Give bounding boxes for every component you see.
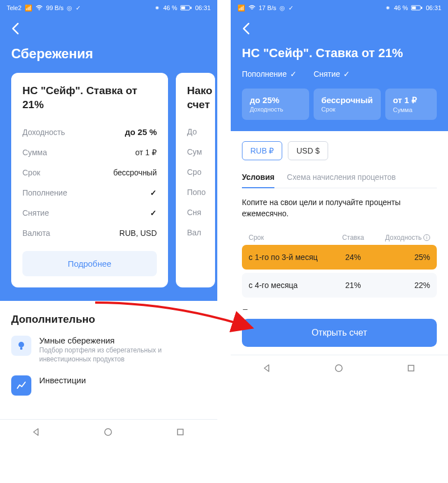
col-term: Срок: [249, 234, 331, 242]
nav-back-icon[interactable]: [31, 428, 41, 438]
open-account-button[interactable]: Открыть счет: [242, 319, 437, 347]
svg-rect-2: [190, 7, 192, 9]
nav-back-icon[interactable]: [262, 364, 272, 374]
net-speed: 99 B/s: [46, 4, 63, 11]
back-icon[interactable]: [11, 22, 19, 38]
currency-usd-button[interactable]: USD $: [288, 141, 328, 160]
stat-cards: до 25% Доходность бессрочный Срок от 1 ₽…: [242, 89, 437, 120]
stat-big: до 25%: [250, 95, 301, 105]
cell-yield: 22%: [375, 281, 430, 290]
check-icon: ✓: [150, 208, 157, 217]
signal-icon: 📶: [25, 4, 32, 12]
yield-value: до 25 %: [125, 127, 157, 137]
t2: счет: [187, 99, 210, 110]
carrier-label: Tele2: [7, 4, 21, 11]
item-smart-savings[interactable]: Умные сбережения Подбор портфеля из сбер…: [11, 336, 206, 364]
currency-value: RUB, USD: [119, 229, 157, 238]
svg-rect-9: [421, 7, 422, 9]
yield-label: Доходность: [22, 128, 65, 137]
header: Сбережения: [0, 16, 217, 73]
stat-big: бессрочный: [321, 95, 373, 105]
battery-icon: [180, 5, 192, 11]
stat-small: Срок: [321, 106, 373, 113]
android-nav-bar: [231, 355, 448, 382]
nav-home-icon[interactable]: [334, 364, 344, 374]
row-term: Срок бессрочный: [22, 162, 157, 183]
shield-icon: ✓: [76, 4, 81, 12]
net-speed: 17 B/s: [259, 4, 276, 11]
item-investments[interactable]: Инвестиции: [11, 375, 206, 396]
tab-conditions[interactable]: Условия: [242, 173, 274, 188]
phone-savings-list: Tele2 📶 99 B/s ◎ ✓ ⁕ 46 % 06:31 Сбережен…: [0, 0, 217, 446]
item-text: Умные сбережения Подбор портфеля из сбер…: [39, 336, 206, 364]
dash: _: [242, 301, 437, 310]
p-yield: До: [187, 127, 197, 136]
tab-description: Копите на свои цели и получайте проценты…: [242, 197, 437, 219]
product-card-safe[interactable]: НС "Сейф". Ставка от 21% Доходность до 2…: [11, 73, 168, 287]
back-icon[interactable]: [242, 22, 250, 38]
currency-rub-button[interactable]: RUB ₽: [242, 141, 282, 160]
feat-withdraw-label: Снятие: [314, 69, 340, 78]
svg-point-5: [105, 429, 111, 435]
stat-small: Доходность: [250, 106, 301, 113]
additional-heading: Дополнительно: [11, 313, 206, 326]
rate-row-highlighted: с 1-го по 3-й месяц 24% 25%: [242, 245, 437, 270]
stat-yield: до 25% Доходность: [242, 89, 309, 120]
feat-withdraw: Снятие ✓: [314, 69, 350, 78]
product-cards-row[interactable]: НС "Сейф". Ставка от 21% Доходность до 2…: [0, 73, 217, 301]
feat-topup-label: Пополнение: [242, 69, 287, 78]
t1: Нако: [187, 85, 212, 96]
clock: 06:31: [426, 4, 441, 11]
term-value: бессрочный: [113, 168, 157, 177]
table-header: Срок Ставка Доходность i: [242, 230, 437, 245]
cell-rate: 24%: [331, 253, 375, 262]
svg-rect-8: [412, 7, 416, 10]
svg-point-10: [335, 365, 342, 371]
row-amount: Сумма от 1 ₽: [22, 142, 157, 162]
p-topup: Попо: [187, 188, 206, 197]
shield-icon: ✓: [288, 4, 293, 12]
page-title: Сбережения: [11, 46, 206, 62]
additional-section: Дополнительно Умные сбережения Подбор по…: [0, 301, 217, 419]
stat-amount: от 1 ₽ Сумма: [385, 89, 437, 120]
cell-yield: 25%: [375, 253, 430, 262]
svg-rect-11: [408, 365, 414, 371]
svg-rect-6: [178, 429, 183, 435]
topup-label: Пополнение: [22, 188, 67, 197]
amount-value: от 1 ₽: [136, 148, 157, 157]
col-rate: Ставка: [331, 234, 375, 242]
wifi-icon: [249, 5, 255, 11]
svg-rect-1: [181, 7, 185, 10]
withdraw-label: Снятие: [22, 208, 49, 217]
svg-rect-4: [20, 347, 22, 350]
battery-pct: 46 %: [163, 4, 177, 11]
row-topup: Пополнение ✓: [22, 183, 157, 203]
battery-icon: [411, 5, 422, 11]
feature-checks: Пополнение ✓ Снятие ✓: [242, 69, 437, 78]
item-title: Умные сбережения: [39, 336, 206, 345]
card-title: НС "Сейф". Ставка от 21%: [22, 84, 157, 112]
nav-recent-icon[interactable]: [176, 428, 186, 438]
lightbulb-icon: [11, 336, 31, 356]
rate-row: с 4-го месяца 21% 22%: [242, 273, 437, 298]
tab-scheme[interactable]: Схема начисления процентов: [287, 173, 395, 188]
bluetooth-icon: ⁕: [155, 4, 160, 12]
location-icon: ◎: [67, 4, 72, 12]
cell-rate: 21%: [331, 281, 375, 290]
battery-pct: 46 %: [394, 4, 408, 11]
cell-term: с 1-го по 3-й месяц: [249, 253, 331, 262]
feat-topup: Пополнение ✓: [242, 69, 297, 78]
nav-recent-icon[interactable]: [407, 364, 417, 374]
nav-home-icon[interactable]: [104, 428, 114, 438]
amount-label: Сумма: [22, 148, 47, 157]
details-button[interactable]: Подробнее: [22, 251, 157, 276]
col-yield-label: Доходность: [385, 234, 422, 242]
wifi-icon: [36, 5, 43, 11]
info-icon[interactable]: i: [423, 234, 430, 241]
item-title: Инвестиции: [39, 375, 86, 385]
phone-product-detail: 📶 17 B/s ◎ ✓ ⁕ 46 % 06:31 НС "Сейф". Ста…: [231, 0, 448, 446]
cell-term: с 4-го месяца: [249, 281, 331, 290]
product-card-partial[interactable]: Нако счет До Сум Сро Попо Сня Вал: [176, 73, 215, 287]
col-yield: Доходность i: [375, 234, 430, 242]
chart-icon: [11, 375, 31, 396]
